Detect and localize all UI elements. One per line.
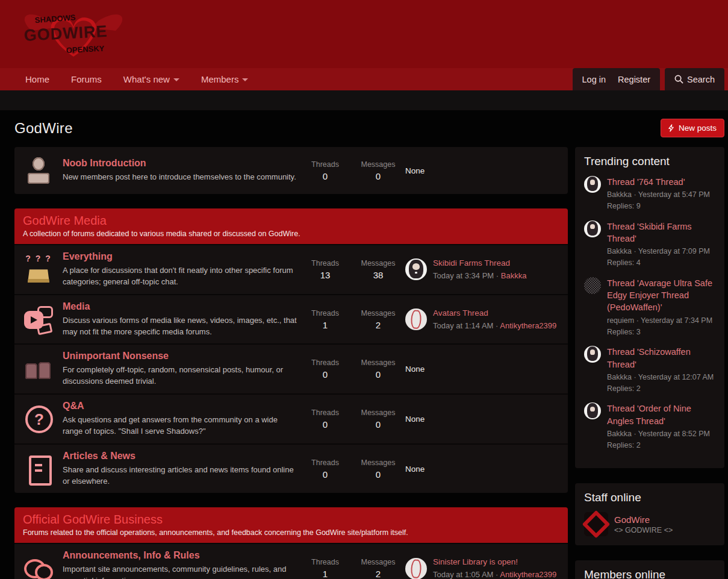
- messages-stat: Messages 0: [359, 459, 397, 480]
- staff-name-link[interactable]: GodWire: [614, 515, 673, 525]
- latest-separator: ·: [496, 321, 498, 330]
- messages-stat: Messages 0: [359, 160, 397, 181]
- forum-title-link[interactable]: Everything: [63, 251, 113, 262]
- staff-item: GodWire <> GODWIRE <>: [584, 512, 715, 536]
- trending-thread-link[interactable]: Thread 'Order of Nine Angles Thread': [607, 402, 715, 427]
- forum-description: Discuss various forms of media like news…: [63, 315, 298, 338]
- forum-latest: None: [397, 365, 561, 374]
- register-button[interactable]: Register: [612, 75, 656, 84]
- forum-stats: Threads 13 Messages 38: [306, 259, 397, 280]
- trending-text: Thread 'Schizowaffen Thread' Bakkka · Ye…: [607, 346, 715, 394]
- forum-description: For completely off-topic, random, nonsen…: [63, 365, 298, 387]
- logo-graphic: SHADOWS GODWIRE OPENSKY: [13, 4, 134, 64]
- trending-thread-link[interactable]: Thread '764 Thread': [607, 176, 710, 188]
- category-description: A collection of forums dedicated to vari…: [23, 230, 559, 238]
- trending-thread-link[interactable]: Thread 'Skibidi Farms Thread': [607, 221, 715, 245]
- forum-latest: Skibidi Farms Thread Today at 3:34 PM · …: [397, 258, 561, 281]
- latest-user-link[interactable]: Bakkka: [501, 271, 527, 280]
- threads-stat: Threads 0: [306, 160, 344, 181]
- login-button[interactable]: Log in: [576, 75, 612, 84]
- new-posts-label: New posts: [679, 124, 717, 133]
- new-posts-button[interactable]: New posts: [661, 119, 724, 137]
- trending-meta: Bakkka · Yesterday at 7:09 PM: [607, 246, 715, 257]
- messages-label: Messages: [359, 309, 397, 318]
- trending-avatar[interactable]: [584, 277, 601, 294]
- forum-title-link[interactable]: Media: [63, 301, 90, 312]
- trending-text: Thread '764 Thread' Bakkka · Yesterday a…: [607, 176, 710, 212]
- latest-thread-link[interactable]: Skibidi Farms Thread: [433, 258, 526, 268]
- search-icon: [674, 75, 683, 84]
- search-label: Search: [687, 75, 715, 84]
- messages-label: Messages: [359, 160, 397, 169]
- category-title[interactable]: GodWire Media: [23, 214, 559, 228]
- search-button[interactable]: Search: [665, 68, 724, 90]
- page-title: GodWire: [14, 120, 73, 137]
- threads-label: Threads: [306, 160, 344, 169]
- forum-title-link[interactable]: Noob Introduction: [63, 158, 146, 169]
- messages-label: Messages: [359, 408, 397, 417]
- threads-value: 0: [306, 469, 344, 480]
- forum-description: New members post here to introduce thems…: [63, 172, 298, 183]
- latest-avatar[interactable]: [405, 258, 427, 280]
- nav-item[interactable]: Members: [190, 68, 260, 90]
- nav-item-label: Members: [201, 74, 239, 84]
- forum-row: Unimportant Nonsense For completely off-…: [14, 343, 568, 393]
- forum-main: Articles & News Share and discuss intere…: [63, 451, 306, 487]
- forum-latest: None: [397, 465, 561, 474]
- forum-title-link[interactable]: Announcements, Info & Rules: [63, 550, 200, 561]
- nav-item[interactable]: Home: [14, 68, 60, 90]
- trending-item: Thread '764 Thread' Bakkka · Yesterday a…: [584, 176, 715, 212]
- forum-row: Everything A place for discussions that …: [14, 244, 568, 294]
- staff-role: <> GODWIRE <>: [614, 526, 673, 534]
- forum-row: Announcements, Info & Rules Important si…: [14, 543, 568, 579]
- messages-value: 38: [359, 270, 397, 280]
- latest-thread-link[interactable]: Sinister Library is open!: [433, 557, 556, 566]
- forum-stats: Threads 0 Messages 0: [306, 160, 397, 181]
- trending-replies: Replies: 3: [607, 327, 715, 338]
- forum-main: Noob Introduction New members post here …: [63, 158, 306, 183]
- trending-avatar[interactable]: [584, 346, 601, 363]
- threads-label: Threads: [306, 309, 344, 318]
- latest-user-link[interactable]: Antikythera2399: [500, 570, 556, 579]
- category-title[interactable]: Official GodWire Business: [23, 513, 559, 527]
- messages-stat: Messages 2: [359, 558, 397, 579]
- latest-avatar[interactable]: [405, 308, 427, 330]
- trending-thread-link[interactable]: Thread 'Avarage Ultra Safe Edgy Enjoyer …: [607, 277, 715, 314]
- messages-label: Messages: [359, 558, 397, 566]
- forum-icon: [24, 156, 53, 185]
- forum-stats: Threads 0 Messages 0: [306, 408, 397, 430]
- latest-text: Skibidi Farms Thread Today at 3:34 PM · …: [433, 258, 526, 281]
- trending-avatar[interactable]: [584, 402, 601, 419]
- threads-stat: Threads 1: [306, 309, 344, 330]
- latest-time: Today at 1:05 AM: [433, 570, 493, 579]
- category-description: Forums related to the official operation…: [23, 528, 559, 537]
- forum-title-link[interactable]: Unimportant Nonsense: [63, 351, 169, 361]
- trending-thread-link[interactable]: Thread 'Schizowaffen Thread': [607, 346, 715, 371]
- nav-item[interactable]: Forums: [60, 68, 113, 90]
- trending-avatar[interactable]: [584, 221, 601, 237]
- latest-thread-link[interactable]: Avatars Thread: [433, 308, 556, 318]
- forum-row: Articles & News Share and discuss intere…: [14, 443, 568, 493]
- forum-icon: [24, 305, 53, 334]
- latest-user-link[interactable]: Antikythera2399: [500, 321, 556, 330]
- auth-box: Log in Register: [573, 68, 661, 90]
- nav-item[interactable]: What's new: [113, 68, 190, 90]
- category-header: GodWire Media A collection of forums ded…: [14, 208, 568, 244]
- forum-description: A place for discussions that don't fit n…: [63, 265, 298, 288]
- forum-latest: None: [397, 166, 561, 175]
- forum-description: Important site announcements, community …: [63, 564, 298, 579]
- threads-stat: Threads 0: [306, 459, 344, 480]
- forum-icon: [24, 454, 53, 483]
- trending-meta: Bakkka · Yesterday at 5:47 PM: [607, 189, 710, 201]
- category-block: GodWire Media A collection of forums ded…: [14, 208, 568, 493]
- forum-latest: None: [397, 415, 561, 424]
- forum-latest: Avatars Thread Today at 1:14 AM · Antiky…: [397, 308, 561, 331]
- forum-icon: [24, 255, 53, 284]
- latest-avatar[interactable]: [405, 558, 427, 579]
- forum-title-link[interactable]: Articles & News: [63, 451, 135, 462]
- forum-title-link[interactable]: Q&A: [63, 401, 84, 412]
- staff-avatar[interactable]: [584, 512, 608, 536]
- site-logo[interactable]: SHADOWS GODWIRE OPENSKY: [13, 4, 134, 64]
- trending-avatar[interactable]: [584, 176, 601, 193]
- site-header: SHADOWS GODWIRE OPENSKY: [0, 0, 728, 68]
